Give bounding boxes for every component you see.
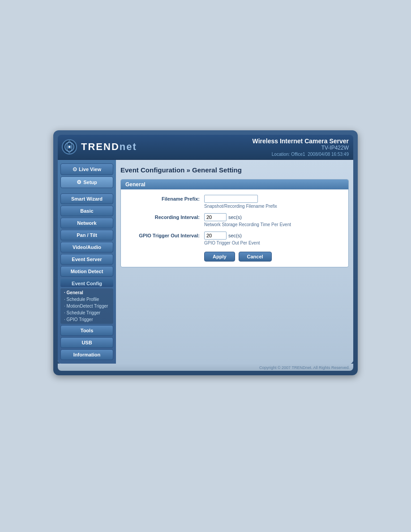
sidebar-subitem-motion-detect-trigger[interactable]: · MotionDetect Trigger (62, 303, 111, 309)
content-panel: General Filename Prefix: Snapshot/Record… (120, 179, 349, 267)
sidebar-item-basic[interactable]: Basic (60, 206, 113, 216)
apply-button[interactable]: Apply (204, 252, 235, 262)
model-number: TV-IP422W (253, 145, 349, 151)
event-config-section[interactable]: Event Config (60, 279, 113, 287)
panel-header: General (121, 180, 348, 189)
setup-icon: ⚙ (77, 179, 81, 185)
trendnet-logo-icon (61, 139, 77, 155)
copyright-text: Copyright © 2007 TRENDnet. All Rights Re… (259, 365, 350, 370)
filename-prefix-input-group: Snapshot/Recording Filename Prefix (204, 195, 277, 209)
recording-interval-label: Recording Interval: (128, 213, 204, 220)
sidebar-item-video-audio[interactable]: Video/Audio (60, 242, 113, 253)
sidebar-item-smart-wizard[interactable]: Smart Wizard (60, 193, 113, 204)
cancel-button[interactable]: Cancel (239, 252, 272, 262)
event-config-subitems: · General · Schedule Profile · MotionDet… (60, 288, 113, 324)
filename-prefix-hint: Snapshot/Recording Filename Prefix (204, 204, 277, 209)
main-layout: ⊙ Live View ⚙ Setup Smart Wizard Basic (58, 160, 353, 364)
logo-text: TRENDnet (81, 141, 137, 153)
gpio-trigger-input-group: sec(s) GPIO Trigger Out Per Event (204, 232, 260, 245)
sidebar-item-network[interactable]: Network (60, 218, 113, 228)
filename-prefix-label: Filename Prefix: (128, 195, 204, 202)
gpio-trigger-input[interactable] (204, 232, 227, 240)
sidebar-item-usb[interactable]: USB (60, 337, 113, 348)
header: TRENDnet Wireless Internet Camera Server… (58, 135, 353, 160)
sidebar-item-pan-tilt[interactable]: Pan / Tilt (60, 230, 113, 240)
page-title: Event Configuration » General Setting (120, 164, 349, 176)
sidebar-subitem-schedule-profile[interactable]: · Schedule Profile (62, 296, 111, 303)
sidebar-subitem-schedule-trigger[interactable]: · Schedule Trigger (62, 309, 111, 316)
recording-interval-hint: Network Storage Recording Time Per Event (204, 222, 291, 227)
recording-interval-inline: sec(s) (204, 213, 291, 221)
product-line: Wireless Internet Camera Server (253, 137, 349, 145)
gpio-trigger-row: GPIO Trigger Out Interval: sec(s) GPIO T… (128, 232, 341, 245)
footer: Copyright © 2007 TRENDnet. All Rights Re… (58, 364, 353, 371)
gpio-trigger-label: GPIO Trigger Out Interval: (128, 232, 204, 238)
sidebar-item-tools[interactable]: Tools (60, 325, 113, 336)
sidebar-item-information[interactable]: Information (60, 349, 113, 360)
gpio-trigger-unit: sec(s) (228, 233, 242, 238)
filename-prefix-row: Filename Prefix: Snapshot/Recording File… (128, 195, 341, 209)
recording-interval-unit: sec(s) (228, 215, 242, 220)
filename-prefix-input[interactable] (204, 195, 258, 203)
sidebar-item-event-server[interactable]: Event Server (60, 254, 113, 265)
recording-interval-input-group: sec(s) Network Storage Recording Time Pe… (204, 213, 291, 227)
panel-body: Filename Prefix: Snapshot/Recording File… (121, 189, 348, 267)
content-area: Event Configuration » General Setting Ge… (116, 160, 353, 364)
button-row: Apply Cancel (128, 252, 341, 262)
sidebar: ⊙ Live View ⚙ Setup Smart Wizard Basic (58, 160, 116, 364)
sidebar-item-setup[interactable]: ⚙ Setup (60, 176, 113, 188)
logo-area: TRENDnet (61, 139, 137, 155)
sidebar-subitem-general[interactable]: · General (62, 289, 111, 296)
recording-interval-row: Recording Interval: sec(s) Network Stora… (128, 213, 341, 227)
recording-interval-input[interactable] (204, 213, 227, 221)
svg-point-3 (68, 146, 70, 148)
gpio-trigger-inline: sec(s) (204, 232, 260, 240)
sidebar-item-live-view[interactable]: ⊙ Live View (60, 163, 113, 175)
gpio-trigger-hint: GPIO Trigger Out Per Event (204, 240, 260, 245)
sidebar-subitem-gpio-trigger[interactable]: · GPIO Trigger (62, 316, 111, 323)
header-info: Wireless Internet Camera Server TV-IP422… (253, 137, 349, 157)
sidebar-item-motion-detect[interactable]: Motion Detect (60, 266, 113, 277)
location-datetime: Location: Office1 2008/04/08 16:53:49 (253, 152, 349, 157)
live-view-icon: ⊙ (73, 166, 77, 172)
